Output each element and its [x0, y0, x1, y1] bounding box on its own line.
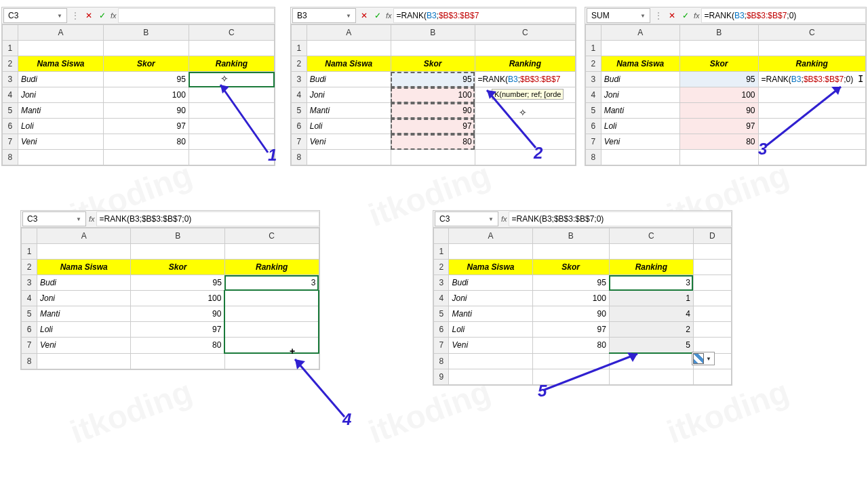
- cell[interactable]: 95: [391, 72, 475, 87]
- cancel-icon[interactable]: ✕: [665, 9, 679, 22]
- fx-label[interactable]: fx: [386, 12, 392, 20]
- header-cell[interactable]: Nama Siswa: [449, 260, 532, 275]
- header-cell[interactable]: Skor: [391, 56, 475, 72]
- spreadsheet-grid[interactable]: A B C 1 2 Nama Siswa Skor Ranking 3Budi9…: [21, 228, 319, 369]
- cell[interactable]: 100: [679, 87, 758, 103]
- cell[interactable]: 90: [131, 306, 224, 322]
- row-header[interactable]: 8: [3, 150, 18, 165]
- fx-label[interactable]: fx: [694, 12, 700, 20]
- cell[interactable]: 90: [679, 103, 758, 119]
- cell[interactable]: 4: [609, 306, 693, 322]
- header-cell[interactable]: Nama Siswa: [37, 260, 131, 275]
- cell[interactable]: Loli: [601, 119, 679, 134]
- cell[interactable]: 100: [103, 87, 189, 103]
- row-header[interactable]: 3: [3, 72, 18, 87]
- row-header[interactable]: 4: [22, 291, 37, 306]
- col-header-a[interactable]: A: [37, 228, 131, 244]
- cell[interactable]: 95: [103, 72, 189, 87]
- cell[interactable]: Budi: [601, 72, 679, 87]
- cell[interactable]: Manti: [37, 306, 131, 322]
- cell[interactable]: 5: [609, 338, 693, 354]
- cell[interactable]: Loli: [449, 322, 532, 338]
- cell[interactable]: 80: [131, 338, 224, 354]
- col-header-b[interactable]: B: [532, 228, 609, 244]
- cell[interactable]: Joni: [449, 291, 532, 306]
- select-all-corner[interactable]: [434, 228, 449, 244]
- cell[interactable]: Veni: [601, 134, 679, 150]
- header-cell[interactable]: Nama Siswa: [18, 56, 103, 72]
- header-cell[interactable]: Ranking: [609, 260, 693, 275]
- row-header[interactable]: 6: [434, 322, 449, 338]
- row-header[interactable]: 1: [586, 41, 601, 56]
- cell[interactable]: 90: [391, 103, 475, 119]
- name-box[interactable]: B3▼: [292, 8, 356, 23]
- row-header[interactable]: 2: [3, 56, 18, 72]
- header-cell[interactable]: Skor: [532, 260, 609, 275]
- cell[interactable]: Veni: [37, 338, 131, 354]
- header-cell[interactable]: Ranking: [224, 260, 319, 275]
- cell[interactable]: Veni: [307, 134, 391, 150]
- row-header[interactable]: 8: [434, 353, 449, 369]
- cell[interactable]: Joni: [601, 87, 679, 103]
- name-box[interactable]: C3▼: [3, 8, 67, 23]
- cell[interactable]: 80: [391, 134, 475, 150]
- formula-input[interactable]: =RANK(B3;$B$3:$B$7;0): [701, 8, 866, 23]
- cell[interactable]: Manti: [601, 103, 679, 119]
- row-header[interactable]: 7: [586, 134, 601, 150]
- cell[interactable]: Manti: [307, 103, 391, 119]
- cell[interactable]: Veni: [449, 338, 532, 354]
- dropdown-icon[interactable]: ▼: [488, 216, 494, 222]
- name-box[interactable]: C3▼: [435, 211, 498, 226]
- formula-input[interactable]: [118, 8, 275, 23]
- cell[interactable]: 97: [131, 322, 224, 338]
- row-header[interactable]: 7: [3, 134, 18, 150]
- cell[interactable]: Loli: [307, 119, 391, 134]
- chevron-down-icon[interactable]: ▼: [704, 356, 713, 362]
- editing-cell[interactable]: =RANK(B3;$B$3:$B$7;0): [758, 72, 865, 87]
- dropdown-icon[interactable]: ▼: [640, 13, 646, 19]
- name-box[interactable]: SUM▼: [587, 8, 650, 23]
- cell[interactable]: 100: [391, 87, 475, 103]
- cell[interactable]: 97: [679, 119, 758, 134]
- row-header[interactable]: 9: [434, 369, 449, 385]
- cell[interactable]: 95: [131, 275, 224, 291]
- select-all-corner[interactable]: [292, 25, 307, 41]
- spreadsheet-grid[interactable]: A B C 1 2 Nama Siswa Skor Ranking 3Budi9…: [585, 24, 866, 165]
- row-header[interactable]: 3: [586, 72, 601, 87]
- header-cell[interactable]: Nama Siswa: [307, 56, 391, 72]
- cell[interactable]: 80: [103, 134, 189, 150]
- select-all-corner[interactable]: [22, 228, 37, 244]
- row-header[interactable]: 4: [3, 87, 18, 103]
- enter-icon[interactable]: ✓: [96, 9, 109, 22]
- col-header-c[interactable]: C: [758, 25, 865, 41]
- col-header-a[interactable]: A: [449, 228, 532, 244]
- cell[interactable]: 100: [131, 291, 224, 306]
- row-header[interactable]: 5: [434, 306, 449, 322]
- col-header-b[interactable]: B: [103, 25, 189, 41]
- row-header[interactable]: 4: [434, 291, 449, 306]
- header-cell[interactable]: Skor: [103, 56, 189, 72]
- active-cell[interactable]: 3: [224, 275, 319, 291]
- col-header-b[interactable]: B: [131, 228, 224, 244]
- row-header[interactable]: 6: [22, 322, 37, 338]
- select-all-corner[interactable]: [3, 25, 18, 41]
- row-header[interactable]: 1: [22, 244, 37, 260]
- col-header-a[interactable]: A: [601, 25, 679, 41]
- autofill-options-button[interactable]: ▼: [692, 352, 715, 365]
- row-header[interactable]: 5: [292, 103, 307, 119]
- cell[interactable]: 90: [103, 103, 189, 119]
- cell[interactable]: 1: [609, 291, 693, 306]
- editing-cell[interactable]: =RANK(B3;$B$3:$B$7: [475, 72, 575, 87]
- cell[interactable]: 3: [609, 275, 693, 291]
- cell[interactable]: Budi: [307, 72, 391, 87]
- cell[interactable]: 80: [679, 134, 758, 150]
- fx-label[interactable]: fx: [111, 12, 117, 20]
- cell[interactable]: Manti: [18, 103, 103, 119]
- dropdown-icon[interactable]: ▼: [346, 13, 351, 19]
- row-header[interactable]: 1: [3, 41, 18, 56]
- row-header[interactable]: 4: [586, 87, 601, 103]
- row-header[interactable]: 1: [292, 41, 307, 56]
- header-cell[interactable]: Ranking: [758, 56, 865, 72]
- header-cell[interactable]: Nama Siswa: [601, 56, 679, 72]
- cancel-icon[interactable]: ✕: [357, 9, 371, 22]
